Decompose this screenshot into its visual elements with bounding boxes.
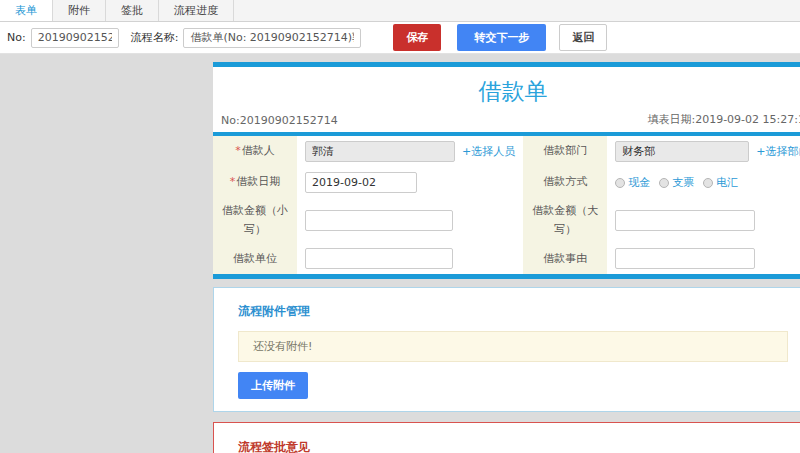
approval-panel: 流程签批意见 B I abc <box>213 422 800 453</box>
borrow-method-label: 借款方式 <box>523 167 607 198</box>
borrow-unit-input[interactable] <box>305 248 453 269</box>
attachments-panel: 流程附件管理 还没有附件! 上传附件 <box>213 287 800 412</box>
borrow-method-radio-group: 现金 支票 电汇 <box>615 175 738 190</box>
no-input[interactable] <box>31 28 119 48</box>
borrower-input[interactable] <box>305 141 455 162</box>
borrow-date-label: *借款日期 <box>213 167 297 198</box>
save-button[interactable]: 保存 <box>393 24 441 51</box>
loan-form-panel: 借款单 No:20190902152714 填表日期:2019-09-02 15… <box>213 62 800 279</box>
toolbar: No: 流程名称: 保存 转交下一步 返回 <box>0 22 800 54</box>
form-right-column: 借款部门 +选择部门 借款方式 现金 支票 <box>523 136 800 274</box>
tab-process-progress[interactable]: 流程进度 <box>159 0 234 21</box>
radio-wire-transfer[interactable]: 电汇 <box>703 175 738 190</box>
process-name-label: 流程名称: <box>131 30 179 45</box>
form-date-text: 填表日期:2019-09-02 15:27:1 <box>647 112 800 127</box>
form-no-text: No:20190902152714 <box>221 114 338 127</box>
borrow-reason-input[interactable] <box>615 248 755 269</box>
form-meta-row: No:20190902152714 填表日期:2019-09-02 15:27:… <box>213 110 800 132</box>
required-mark: * <box>230 175 236 188</box>
borrower-label: *借款人 <box>213 136 297 167</box>
process-name-input[interactable] <box>183 28 361 48</box>
select-department-link[interactable]: +选择部门 <box>756 144 800 159</box>
forward-next-step-button[interactable]: 转交下一步 <box>457 24 546 51</box>
department-input[interactable] <box>615 141 749 162</box>
form-title: 借款单 <box>213 67 800 110</box>
radio-circle-icon <box>615 178 625 188</box>
tab-bar: 表单 附件 签批 流程进度 <box>0 0 800 22</box>
no-attachments-alert: 还没有附件! <box>238 331 788 362</box>
no-label: No: <box>7 31 26 44</box>
panel-bottom-bar <box>213 274 800 279</box>
required-mark: * <box>235 144 241 157</box>
page-body: 借款单 No:20190902152714 填表日期:2019-09-02 15… <box>0 54 800 453</box>
amount-lowercase-input[interactable] <box>305 210 453 231</box>
approval-heading: 流程签批意见 <box>238 435 788 453</box>
amount-uppercase-input[interactable] <box>615 210 755 231</box>
radio-circle-icon <box>703 178 713 188</box>
form-grid: *借款人 +选择人员 *借款日期 借款金额（小写） 借款单位 <box>213 136 800 274</box>
upload-attachment-button[interactable]: 上传附件 <box>238 372 308 399</box>
borrow-unit-label: 借款单位 <box>213 243 297 274</box>
radio-cheque[interactable]: 支票 <box>659 175 694 190</box>
tab-form[interactable]: 表单 <box>0 0 53 21</box>
select-person-link[interactable]: +选择人员 <box>462 144 515 159</box>
form-left-column: *借款人 +选择人员 *借款日期 借款金额（小写） 借款单位 <box>213 136 523 274</box>
borrow-date-input[interactable] <box>305 172 417 193</box>
tab-approval[interactable]: 签批 <box>106 0 159 21</box>
radio-circle-icon <box>659 178 669 188</box>
amount-uppercase-label: 借款金额（大写） <box>523 198 607 243</box>
attachments-heading: 流程附件管理 <box>238 298 788 331</box>
department-label: 借款部门 <box>523 136 607 167</box>
back-button[interactable]: 返回 <box>559 24 607 51</box>
amount-lowercase-label: 借款金额（小写） <box>213 198 297 243</box>
radio-cash[interactable]: 现金 <box>615 175 650 190</box>
tab-attachments[interactable]: 附件 <box>53 0 106 21</box>
borrow-reason-label: 借款事由 <box>523 243 607 274</box>
